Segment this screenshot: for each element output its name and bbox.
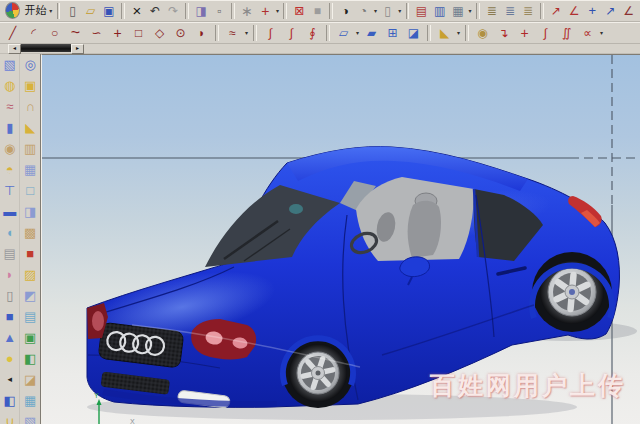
trim-sheet-icon[interactable]: ◨ [21, 201, 39, 222]
mini-scroll-right-button[interactable]: ▸ [71, 44, 84, 54]
pad-feature-icon[interactable]: ▬ [1, 201, 19, 222]
bounded-plane-icon[interactable]: ⊞ [382, 23, 403, 43]
wcs-orient-icon[interactable]: ∠ [620, 1, 638, 21]
studio-spline-icon[interactable]: ≈ [222, 23, 243, 43]
snapshot-icon[interactable]: ▫ [210, 1, 228, 21]
boolean-subtract-icon[interactable]: ▨ [21, 264, 39, 285]
point-tool-icon[interactable]: + [107, 23, 128, 43]
sheet-scoop-icon[interactable]: ∩ [21, 96, 39, 117]
mini-scrollbar[interactable]: ◂ ▸ [8, 44, 84, 52]
fastener-feature-icon[interactable]: ⊤ [1, 180, 19, 201]
patch-body-icon[interactable]: ◩ [21, 285, 39, 306]
datum-vector-icon[interactable]: ↗ [547, 1, 565, 21]
orient-view-front-icon[interactable]: ▤ [412, 1, 430, 21]
fold-sheet-icon[interactable]: ◣ [21, 117, 39, 138]
move-feature-icon[interactable]: ◧ [1, 390, 19, 411]
group-features-icon[interactable]: ▦ [21, 390, 39, 411]
snap-point-icon[interactable]: + [256, 1, 274, 21]
orient-view-iso-icon[interactable]: ▥ [431, 1, 449, 21]
delete-icon[interactable]: × [128, 1, 146, 21]
graphics-viewport[interactable]: Y X 百姓网用户上传 [41, 54, 640, 424]
new-file-icon[interactable]: ▯ [63, 1, 81, 21]
start-menu-dropdown[interactable]: ▾ [48, 7, 54, 14]
ellipse-tool-icon[interactable]: ⊙ [170, 23, 191, 43]
instance-feature-icon[interactable]: ▣ [21, 327, 39, 348]
fit-view-icon[interactable]: ■ [308, 1, 326, 21]
dome-feature-icon[interactable]: ◓ [1, 159, 19, 180]
mirror-feature-icon[interactable]: ◧ [21, 348, 39, 369]
curve-points-tool-icon[interactable]: ∽ [86, 23, 107, 43]
sketch-feature-icon[interactable]: ▧ [1, 54, 19, 75]
redo-icon[interactable]: ↷ [164, 1, 182, 21]
open-folder-icon[interactable]: ▱ [82, 1, 100, 21]
wrap-curve-icon[interactable]: ∝ [577, 23, 598, 43]
show-hide-icon[interactable]: ⊠ [290, 1, 308, 21]
sew-sheets-icon[interactable]: ▤ [21, 306, 39, 327]
sphere-primitive-icon[interactable]: ● [1, 348, 19, 369]
tube-feature-icon[interactable]: ▮ [1, 117, 19, 138]
spline-tool-icon[interactable]: ~ [65, 23, 86, 43]
datum-point-icon[interactable]: + [583, 1, 601, 21]
orient-view-top-icon-dropdown[interactable]: ▾ [467, 7, 473, 14]
save-icon[interactable]: ▣ [100, 1, 118, 21]
format-painter-icon[interactable]: ◨ [192, 1, 210, 21]
viewport-3d-canvas[interactable]: Y X [42, 55, 640, 424]
section-curve-icon[interactable]: ∬ [556, 23, 577, 43]
arc-tool-icon[interactable]: ◜ [23, 23, 44, 43]
slab-feature-icon[interactable]: ▥ [21, 138, 39, 159]
circle-tool-icon[interactable]: ○ [44, 23, 65, 43]
ruled-surface-icon-dropdown[interactable]: ▾ [455, 29, 462, 36]
rectangle-tool-icon[interactable]: □ [128, 23, 149, 43]
layer-settings-icon[interactable]: ≣ [483, 1, 501, 21]
studio-spline-icon-dropdown[interactable]: ▾ [243, 29, 250, 36]
cone-primitive-icon[interactable]: ▲ [1, 327, 19, 348]
sheet-body-icon[interactable]: ▰ [361, 23, 382, 43]
car-model[interactable] [83, 147, 637, 420]
extrude-sheet-icon[interactable]: ▱ [333, 23, 354, 43]
background-icon[interactable]: ▯ [379, 1, 397, 21]
layer-visible-in-view-icon[interactable]: ≣ [501, 1, 519, 21]
selection-filter-icon[interactable]: ∗ [238, 1, 256, 21]
ruled-surface-icon[interactable]: ◣ [434, 23, 455, 43]
orient-view-top-icon[interactable]: ▦ [449, 1, 467, 21]
line-tool-icon[interactable]: ╱ [2, 23, 23, 43]
block-primitive-icon[interactable]: ■ [1, 306, 19, 327]
mini-scroll-track[interactable] [21, 44, 71, 52]
swept-surface-icon[interactable]: ◪ [403, 23, 424, 43]
datum-axis-icon[interactable]: ↗ [601, 1, 619, 21]
promote-body-icon[interactable]: ◪ [21, 369, 39, 390]
polygon-tool-icon[interactable]: ◇ [149, 23, 170, 43]
emboss-feature-icon[interactable]: ▤ [1, 243, 19, 264]
datum-csys-icon[interactable]: ∠ [565, 1, 583, 21]
app-logo-icon[interactable] [5, 2, 20, 19]
wrap-curve-icon-dropdown[interactable]: ▾ [598, 29, 605, 36]
sphere-in-box-icon[interactable]: ◉ [1, 138, 19, 159]
divide-curve-icon[interactable]: ∮ [302, 23, 323, 43]
shaded-view-icon[interactable]: ◑ [336, 1, 354, 21]
combined-projection-icon[interactable]: + [514, 23, 535, 43]
bounded-plane-feature-icon[interactable]: ▯ [1, 285, 19, 306]
project-curve-icon[interactable]: ↴ [493, 23, 514, 43]
mini-scroll-left-button[interactable]: ◂ [8, 44, 21, 54]
boxes-pair-icon[interactable]: ▦ [21, 159, 39, 180]
sketch-in-place-icon[interactable]: ◉ [472, 23, 493, 43]
cut-scoop-feature-icon[interactable]: ∪ [1, 411, 19, 424]
box-feature-icon[interactable]: ▣ [21, 75, 39, 96]
revolve-feature-icon[interactable]: ◍ [1, 75, 19, 96]
trim-curve-icon[interactable]: ∫ [281, 23, 302, 43]
sew-globe-icon[interactable]: ◎ [21, 54, 39, 75]
lattice-feature-icon[interactable]: ▧ [21, 411, 39, 424]
intersection-curve-icon[interactable]: ∫ [535, 23, 556, 43]
sweep-guide-icon[interactable]: ≈ [1, 96, 19, 117]
extrude-sheet-icon-dropdown[interactable]: ▾ [354, 29, 361, 36]
edit-curve-icon[interactable]: ∫ [260, 23, 281, 43]
layer-category-icon[interactable]: ≣ [519, 1, 537, 21]
shell-feature-icon[interactable]: □ [21, 180, 39, 201]
flange-feature-icon[interactable]: ◗ [1, 264, 19, 285]
background-icon-dropdown[interactable]: ▾ [397, 7, 403, 14]
boolean-unite-icon[interactable]: ■ [21, 243, 39, 264]
rendering-style-icon[interactable]: ◔ [354, 1, 372, 21]
snap-point-icon-dropdown[interactable]: ▾ [274, 7, 280, 14]
thicken-feature-icon[interactable]: ▩ [21, 222, 39, 243]
undo-icon[interactable]: ↶ [146, 1, 164, 21]
